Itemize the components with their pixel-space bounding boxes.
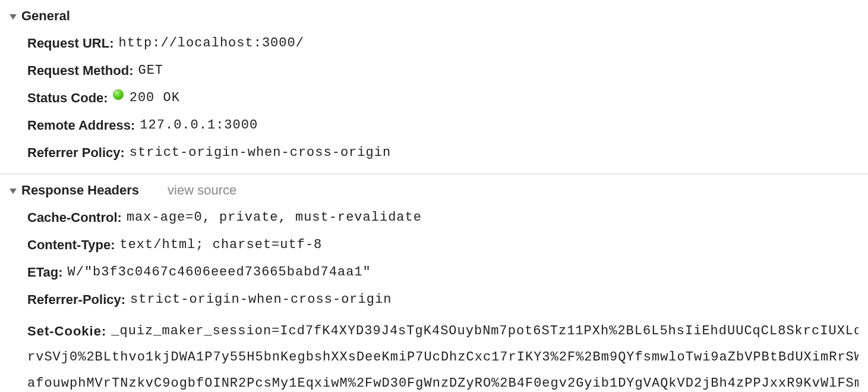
set-cookie-value-line-3: afouwphMVrTNzkvC9ogbfOINR2PcsMy1EqxiwM%2… xyxy=(27,371,858,392)
cache-control-row: Cache-Control: max-age=0, private, must-… xyxy=(27,204,868,231)
rp-header-row: Referrer-Policy: strict-origin-when-cros… xyxy=(27,286,868,313)
request-method-label: Request Method xyxy=(27,62,129,80)
view-source-link[interactable]: view source xyxy=(168,183,236,198)
set-cookie-label: Set-Cookie xyxy=(27,318,102,344)
disclosure-triangle-icon xyxy=(10,189,17,194)
remote-address-row: Remote Address: 127.0.0.1:3000 xyxy=(27,112,868,139)
rp-header-value: strict-origin-when-cross-origin xyxy=(130,291,392,309)
response-headers-section-header[interactable]: Response Headers view source xyxy=(0,179,868,202)
referrer-policy-value: strict-origin-when-cross-origin xyxy=(130,144,391,162)
request-url-value: http://localhost:3000/ xyxy=(118,35,304,52)
content-type-row: Content-Type: text/html; charset=utf-8 xyxy=(27,231,868,259)
general-section-header[interactable]: General xyxy=(0,5,868,27)
content-type-value: text/html; charset=utf-8 xyxy=(119,236,322,254)
request-method-value: GET xyxy=(138,62,163,80)
set-cookie-value-line-1: _quiz_maker_session=Icd7fK4XYD39J4sTgK4S… xyxy=(111,318,858,344)
set-cookie-row: Set-Cookie: _quiz_maker_session=Icd7fK4X… xyxy=(0,313,868,392)
status-code-row: Status Code: 200 OK xyxy=(27,84,868,112)
general-section: General Request URL: http://localhost:30… xyxy=(0,0,868,174)
cache-control-label: Cache-Control xyxy=(27,209,118,227)
etag-row: ETag: W/"b3f3c0467c4606eeed73665babd74aa… xyxy=(27,259,868,286)
response-headers-rows: Cache-Control: max-age=0, private, must-… xyxy=(0,202,868,313)
content-type-label: Content-Type xyxy=(27,236,111,254)
set-cookie-value-line-2: rvSVj0%2BLthvo1kjDWA1P7y55H5bnKegbshXXsD… xyxy=(27,344,858,371)
status-dot-icon xyxy=(113,89,124,100)
general-section-title: General xyxy=(21,8,70,24)
response-headers-section: Response Headers view source Cache-Contr… xyxy=(0,174,868,392)
etag-value: W/"b3f3c0467c4606eeed73665babd74aa1" xyxy=(67,264,371,281)
request-method-row: Request Method: GET xyxy=(27,57,868,84)
request-url-row: Request URL: http://localhost:3000/ xyxy=(27,30,868,57)
etag-label: ETag xyxy=(27,264,58,281)
rp-header-label: Referrer-Policy xyxy=(27,291,121,309)
status-code-value: 200 OK xyxy=(130,89,180,107)
remote-address-label: Remote Address xyxy=(27,117,131,134)
referrer-policy-row: Referrer Policy: strict-origin-when-cros… xyxy=(27,139,868,167)
cache-control-value: max-age=0, private, must-revalidate xyxy=(127,209,422,227)
response-headers-title: Response Headers xyxy=(21,183,139,198)
request-url-label: Request URL xyxy=(27,35,109,52)
status-code-label: Status Code xyxy=(27,89,103,107)
disclosure-triangle-icon xyxy=(10,14,17,20)
remote-address-value: 127.0.0.1:3000 xyxy=(140,117,258,134)
headers-panel: General Request URL: http://localhost:30… xyxy=(0,0,868,392)
referrer-policy-label: Referrer Policy xyxy=(27,144,121,162)
general-rows: Request URL: http://localhost:3000/ Requ… xyxy=(0,27,868,167)
